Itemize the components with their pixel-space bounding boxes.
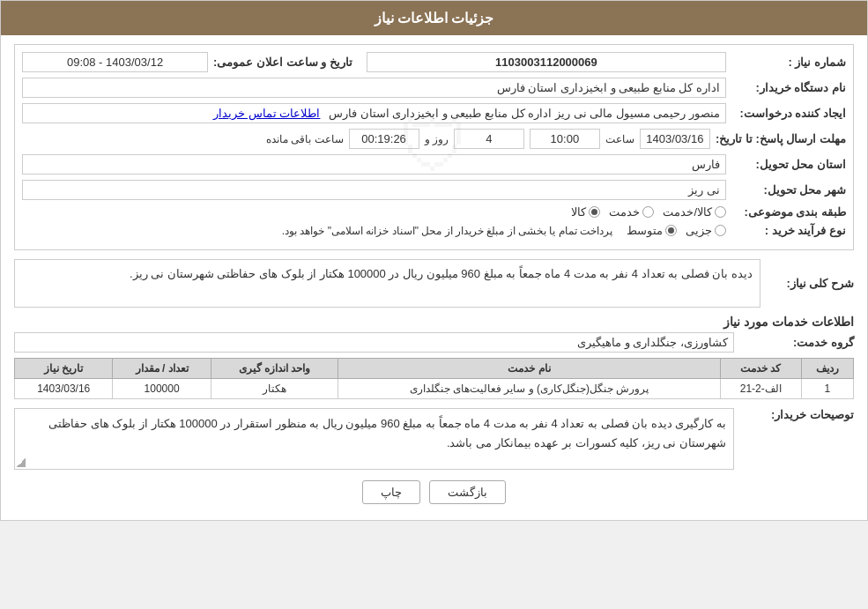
noeFarayand-jozi-item: جزیی (686, 224, 726, 237)
tabaqe-khedmat-radio[interactable] (642, 206, 654, 218)
mohlat-rooz-label: روز و (425, 133, 449, 145)
col-vahed: واحد اندازه گیری (211, 359, 338, 379)
tabaqe-kala-item: کالا (571, 205, 600, 219)
noeFarayand-mottavasset-radio[interactable] (665, 225, 677, 236)
col-tarikh: تاریخ نیاز (15, 359, 113, 379)
cell-kod: الف-2-21 (721, 379, 802, 399)
main-content: 🛡 شماره نیاز : 1103003112000069 تاریخ و … (1, 35, 867, 520)
resize-handle (17, 458, 26, 467)
cell-tedad: 100000 (113, 379, 211, 399)
top-info-section: 🛡 شماره نیاز : 1103003112000069 تاریخ و … (14, 44, 854, 250)
namdastgah-label: نام دستگاه خریدار: (731, 81, 846, 94)
sharh-value: دیده بان فصلی به تعداد 4 نفر به مدت 4 ما… (14, 259, 760, 308)
row-shahr: شهر محل تحویل: نی ریز (22, 180, 846, 200)
mohlat-saat: 10:00 (530, 129, 600, 149)
tabaqe-kalaKhedmat-radio[interactable] (715, 206, 726, 218)
chap-button[interactable]: چاپ (362, 480, 420, 504)
ijad-value: منصور رحیمی مسیول مالی نی ریز اداره کل م… (22, 103, 726, 123)
cell-radif: 1 (801, 379, 853, 399)
shomareNiaz-value: 1103003112000069 (367, 52, 726, 72)
page-wrapper: جزئیات اطلاعات نیاز 🛡 شماره نیاز : 11030… (0, 0, 868, 521)
ijad-label: ایجاد کننده درخواست: (731, 107, 846, 120)
row-grohe: گروه خدمت: کشاورزی، جنگلداری و ماهیگیری (14, 332, 854, 353)
mohlat-label: مهلت ارسال پاسخ: تا تاریخ: (716, 132, 846, 145)
noeFarayand-label: نوع فرآیند خرید : (731, 224, 846, 237)
ijad-text: منصور رحیمی مسیول مالی نی ریز اداره کل م… (329, 107, 720, 120)
mohlat-saat-label: ساعت (605, 133, 634, 145)
tabaqe-radio-group: کالا/خدمت خدمت کالا (571, 205, 726, 219)
tarikh-label: تاریخ و ساعت اعلان عمومی: (213, 56, 352, 69)
col-tedad: تعداد / مقدار (113, 359, 211, 379)
mohlat-rooz: 4 (454, 129, 524, 149)
noeFarayand-radio-group: جزیی متوسط (627, 224, 726, 237)
row-tosif: توصیحات خریدار: به کارگیری دیده بان فصلی… (14, 408, 854, 470)
shahr-label: شهر محل تحویل: (731, 183, 846, 197)
grohe-value: کشاورزی، جنگلداری و ماهیگیری (14, 332, 734, 353)
shahr-value: نی ریز (22, 180, 726, 200)
table-row: 1 الف-2-21 پرورش جنگل(جنگل‌کاری) و سایر … (15, 379, 854, 399)
col-name: نام خدمت (338, 359, 721, 379)
page-header: جزئیات اطلاعات نیاز (1, 1, 867, 35)
buttons-row: بازگشت چاپ (14, 480, 854, 504)
mohlat-baqi-label: ساعت باقی مانده (266, 133, 344, 145)
cell-name: پرورش جنگل(جنگل‌کاری) و سایر فعالیت‌های … (338, 379, 721, 399)
tosif-text: به کارگیری دیده بان فصلی به تعداد 4 نفر … (48, 417, 726, 449)
shomareNiaz-label: شماره نیاز : (731, 56, 846, 69)
tabaqe-khedmat-label: خدمت (609, 205, 640, 219)
tabaqe-kalaKhedmat-label: کالا/خدمت (663, 205, 712, 219)
services-title: اطلاعات خدمات مورد نیاز (14, 315, 854, 329)
noeFarayand-jozi-label: جزیی (686, 224, 712, 237)
noeFarayand-mottavasset-item: متوسط (627, 224, 677, 237)
ostan-label: استان محل تحویل: (731, 158, 846, 171)
ostan-value: فارس (22, 154, 726, 175)
row-ijad: ایجاد کننده درخواست: منصور رحیمی مسیول م… (22, 103, 846, 123)
services-table-wrapper: ردیف کد خدمت نام خدمت واحد اندازه گیری ت… (14, 358, 854, 399)
row-mohlat: مهلت ارسال پاسخ: تا تاریخ: 1403/03/16 سا… (22, 129, 846, 149)
col-radif: ردیف (801, 359, 853, 379)
mohlat-baqi: 00:19:26 (349, 129, 419, 149)
row-noeFarayand: نوع فرآیند خرید : جزیی متوسط پرداخت تمام… (22, 224, 846, 237)
tabaqe-label: طبقه بندی موضوعی: (731, 205, 846, 219)
header-title: جزئیات اطلاعات نیاز (375, 11, 494, 26)
noeFarayand-text: پرداخت تمام یا بخشی از مبلغ خریدار از مح… (282, 225, 612, 237)
grohe-label: گروه خدمت: (739, 336, 854, 349)
row-shomara: شماره نیاز : 1103003112000069 تاریخ و سا… (22, 52, 846, 72)
tabaqe-kalaKhedmat-item: کالا/خدمت (663, 205, 726, 219)
row-namdastgah: نام دستگاه خریدار: اداره کل منابع طبیعی … (22, 78, 846, 98)
col-kod: کد خدمت (721, 359, 802, 379)
tarikh-value: 1403/03/12 - 09:08 (22, 52, 208, 72)
row-ostan: استان محل تحویل: فارس (22, 154, 846, 175)
noeFarayand-mottavasset-label: متوسط (627, 224, 663, 237)
mohlat-date: 1403/03/16 (640, 129, 710, 149)
cell-tarikh: 1403/03/16 (15, 379, 113, 399)
tosif-label: توصیحات خریدار: (739, 408, 854, 421)
sharh-label: شرح کلی نیاز: (766, 277, 854, 290)
namdastgah-value: اداره کل منابع طبیعی و ابخیزداری استان ف… (22, 78, 726, 98)
tabaqe-kala-label: کالا (571, 205, 586, 219)
cell-vahed: هکتار (211, 379, 338, 399)
tabaqe-khedmat-item: خدمت (609, 205, 654, 219)
services-table: ردیف کد خدمت نام خدمت واحد اندازه گیری ت… (14, 358, 854, 399)
ijad-link[interactable]: اطلاعات تماس خریدار (213, 107, 320, 120)
row-sharh: شرح کلی نیاز: دیده بان فصلی به تعداد 4 ن… (14, 259, 854, 308)
tosif-value: به کارگیری دیده بان فصلی به تعداد 4 نفر … (14, 408, 734, 470)
tabaqe-kala-radio[interactable] (589, 206, 600, 218)
noeFarayand-jozi-radio[interactable] (715, 225, 726, 236)
row-tabaqe: طبقه بندی موضوعی: کالا/خدمت خدمت کالا (22, 205, 846, 219)
bazgasht-button[interactable]: بازگشت (429, 480, 506, 504)
